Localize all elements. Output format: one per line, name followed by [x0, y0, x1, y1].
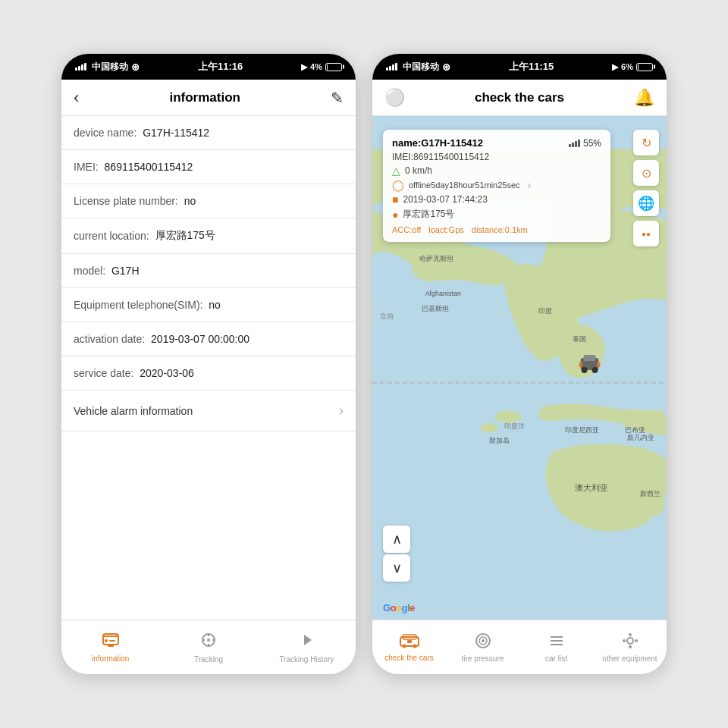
up-arrow-btn[interactable]: ∧ — [383, 526, 410, 553]
map-nav-arrows: ∧ ∨ — [383, 526, 410, 582]
svg-point-2 — [105, 639, 108, 642]
car-list-tab-icon — [548, 632, 565, 652]
signal-bars — [75, 63, 86, 71]
svg-text:巴布亚: 巴布亚 — [625, 426, 645, 434]
svg-point-14 — [494, 411, 522, 423]
label-license: License plate number: — [74, 195, 181, 207]
location-pin-icon: ● — [392, 209, 398, 221]
battery-pct-left: 4% — [310, 62, 322, 71]
svg-point-50 — [635, 639, 638, 642]
edit-icon[interactable]: ✎ — [331, 89, 344, 107]
popup-signal-bars — [569, 140, 580, 147]
label-model: model: — [74, 265, 108, 277]
popup-imei-label: IMEI:869115400115412 — [392, 152, 489, 162]
time-left: 上午11:16 — [198, 60, 243, 74]
svg-point-37 — [402, 644, 406, 648]
svg-point-47 — [629, 633, 632, 636]
profile-icon[interactable]: ⚪ — [384, 88, 405, 108]
arrow-icon: ▶ — [301, 62, 307, 72]
svg-point-6 — [207, 639, 210, 642]
svg-point-38 — [413, 644, 416, 648]
value-imei: 869115400115412 — [105, 161, 193, 173]
tab-check-cars[interactable]: check the cars — [372, 620, 446, 674]
tab-car-list[interactable]: car list — [519, 620, 593, 674]
info-list: device name: G17H-115412 IMEI: 869115400… — [61, 116, 356, 620]
tab-label-other-equipment: other equipment — [602, 654, 657, 663]
map-controls: ↻ ⊙ 🌐 ●● — [633, 130, 659, 246]
label-sim: Equipment telephone(SIM): — [74, 299, 206, 311]
status-left-right: 中国移动 ⊛ — [386, 61, 450, 74]
popup-location: 厚宏路175号 — [403, 208, 454, 221]
popup-imei-line: IMEI:869115400115412 — [392, 152, 601, 162]
popup-datetime-line: ■ 2019-03-07 17:44:23 — [392, 193, 601, 206]
value-license: no — [184, 195, 196, 207]
target-btn[interactable]: ⊙ — [633, 160, 659, 186]
signal-bars-right — [386, 63, 397, 71]
svg-text:Afghanistan: Afghanistan — [425, 290, 461, 297]
tab-tracking-history[interactable]: Tracking History — [258, 620, 356, 674]
svg-point-31 — [582, 367, 588, 373]
down-arrow-btn[interactable]: ∨ — [383, 554, 410, 582]
tab-tracking[interactable]: Tracking — [159, 620, 257, 674]
value-location: 厚宏路175号 — [155, 229, 215, 243]
alarm-chevron: › — [339, 403, 344, 419]
svg-text:斯加岛: 斯加岛 — [489, 437, 510, 444]
svg-text:泰国: 泰国 — [573, 335, 586, 343]
tracking-history-tab-icon — [298, 632, 315, 653]
svg-marker-11 — [304, 635, 312, 645]
svg-point-32 — [592, 367, 598, 373]
battery-right — [636, 63, 653, 71]
popup-device-name: name:G17H-115412 — [392, 137, 483, 149]
tire-pressure-tab-icon — [475, 632, 491, 652]
svg-rect-3 — [109, 640, 115, 642]
svg-rect-4 — [108, 645, 114, 647]
popup-acc: ACC:off — [392, 225, 421, 234]
check-cars-tab-icon — [400, 633, 419, 651]
information-tab-icon — [102, 632, 120, 652]
field-sim: Equipment telephone(SIM): no — [61, 288, 356, 322]
tab-other-equipment[interactable]: other equipment — [593, 620, 667, 674]
clock-icon: ◯ — [392, 179, 404, 191]
popup-speed-line: △ 0 km/h — [392, 165, 601, 177]
tab-tire-pressure[interactable]: tire pressure — [446, 620, 519, 674]
status-right-left: ▶ 4% — [301, 62, 342, 72]
svg-text:澳大利亚: 澳大利亚 — [575, 483, 608, 492]
label-imei: IMEI: — [74, 161, 102, 173]
svg-point-48 — [629, 645, 632, 648]
tab-label-tracking-history: Tracking History — [279, 655, 334, 664]
field-activation: activation date: 2019-03-07 00:00:00 — [61, 322, 356, 356]
map-area[interactable]: 哈萨克斯坦 Afghanistan 巴基斯坦 印度 泰国 斯加岛 印度洋 印度尼… — [372, 116, 667, 620]
svg-rect-34 — [597, 362, 600, 367]
tab-label-information: information — [92, 654, 129, 663]
bell-icon[interactable]: 🔔 — [634, 88, 654, 108]
value-model: G17H — [111, 265, 140, 277]
refresh-btn[interactable]: ↻ — [633, 130, 659, 155]
popup-header-row: name:G17H-115412 55% — [392, 137, 601, 149]
status-bar-right: 中国移动 ⊛ 上午11:15 ▶ 6% — [372, 54, 667, 80]
field-location: current location: 厚宏路175号 — [61, 218, 356, 254]
speed-icon: △ — [392, 165, 400, 177]
status-bar-left: 中国移动 ⊛ 上午11:16 ▶ 4% — [61, 54, 356, 80]
tab-information[interactable]: information — [61, 620, 159, 674]
time-right: 上午11:15 — [509, 60, 554, 74]
svg-rect-30 — [584, 355, 596, 361]
field-service: service date: 2020-03-06 — [61, 356, 356, 391]
svg-text:新西兰: 新西兰 — [640, 490, 661, 497]
nav-bar-right: ⚪ check the cars 🔔 — [372, 80, 667, 116]
alarm-row[interactable]: Vehicle alarm information › — [61, 391, 356, 431]
back-button[interactable]: ‹ — [74, 88, 79, 108]
datetime-icon: ■ — [392, 193, 398, 206]
nav-title-right: check the cars — [475, 90, 564, 105]
other-equipment-tab-icon — [622, 632, 639, 652]
wifi-icon-left: ⊛ — [131, 61, 140, 73]
status-right-right: ▶ 6% — [612, 62, 653, 72]
value-sim: no — [209, 299, 221, 311]
svg-text:印度尼西亚: 印度尼西亚 — [565, 426, 599, 434]
map-popup[interactable]: name:G17H-115412 55% IMEI:86911540011541… — [383, 130, 610, 242]
svg-point-42 — [482, 639, 485, 642]
label-activation: activation date: — [74, 333, 148, 345]
battery-fill-left — [327, 64, 328, 70]
battery-pct-right: 6% — [621, 62, 633, 71]
toggle-btn[interactable]: ●● — [633, 221, 659, 246]
globe-btn[interactable]: 🌐 — [633, 190, 659, 216]
